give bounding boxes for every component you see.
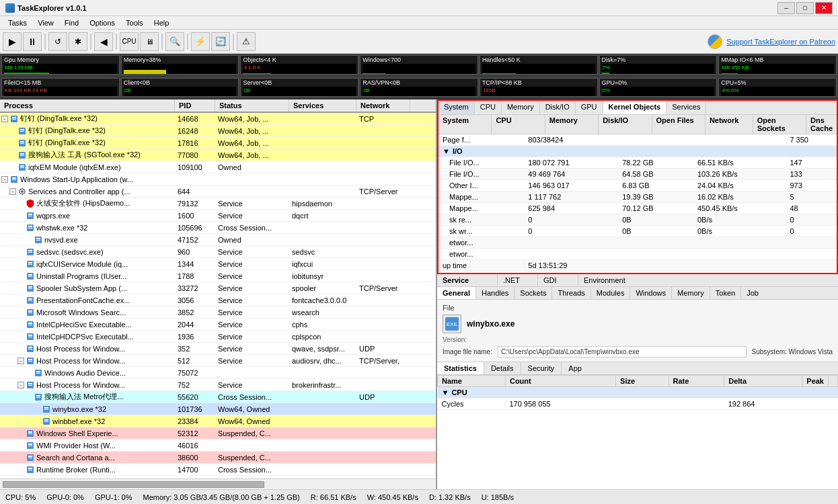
monitor-windows[interactable]: Windows<700 xyxy=(360,55,478,75)
process-row[interactable]: -钉钉 (DingTalk.exe *32)14668Wow64, Job, .… xyxy=(0,113,436,125)
stats-col-size[interactable]: Size xyxy=(616,376,669,387)
process-row[interactable]: Spooler SubSystem App (...33272Servicesp… xyxy=(0,282,436,294)
svctab-gdi[interactable]: GDI xyxy=(538,274,578,286)
stattab-details[interactable]: Details xyxy=(484,362,521,374)
monitor-tcpip[interactable]: TCP/IP<88 KB 185B xyxy=(480,78,598,97)
svctab-env[interactable]: Environment xyxy=(578,274,838,286)
tb-pause-button[interactable]: ⏸ xyxy=(23,32,42,51)
expand-button[interactable]: - xyxy=(1,176,8,183)
gentab-windows[interactable]: Windows xyxy=(630,287,672,299)
stats-col-count[interactable]: Count xyxy=(505,376,615,387)
subcol-diskio[interactable]: Disk/IO xyxy=(599,115,652,134)
hscroll[interactable] xyxy=(0,478,436,489)
process-row[interactable]: Search and Cortana a...38600Suspended, C… xyxy=(0,452,436,464)
process-row[interactable]: 搜狗输入法 工具 (SGTool.exe *32)77080Wow64, Job… xyxy=(0,149,436,161)
process-row[interactable]: -Windows Start-Up Application (w... xyxy=(0,173,436,185)
monitor-gpu-memory[interactable]: Gpu Memory MB 179 MB xyxy=(1,55,120,75)
stats-col-delta[interactable]: Delta xyxy=(724,376,802,387)
col-pid[interactable]: PID xyxy=(175,99,215,112)
rtab-kernel[interactable]: Kernel Objects xyxy=(603,101,667,114)
menu-help[interactable]: Help xyxy=(149,17,175,28)
io-row[interactable]: File I/O...180 072 79178.22 GB66.51 KB/s… xyxy=(439,157,837,169)
rtab-diskio[interactable]: Disk/IO xyxy=(540,101,576,114)
gentab-handles[interactable]: Handles xyxy=(476,287,515,299)
rtab-cpu[interactable]: CPU xyxy=(475,101,502,114)
process-row[interactable]: IntelCpHeciSvc Executable...2044Servicec… xyxy=(0,319,436,331)
tb-cycle-button[interactable]: 🔄 xyxy=(211,32,230,51)
menu-tasks[interactable]: Tasks xyxy=(3,17,32,28)
gentab-general[interactable]: General xyxy=(437,287,476,299)
io-row[interactable]: etwor... xyxy=(439,237,837,249)
gentab-job[interactable]: Job xyxy=(741,287,764,299)
monitor-memory[interactable]: Memory=38% xyxy=(121,55,239,75)
tb-warn-button[interactable]: ⚠ xyxy=(237,32,256,51)
rtab-system[interactable]: System xyxy=(439,101,475,114)
stats-col-rate[interactable]: Rate xyxy=(669,376,724,387)
maximize-button[interactable]: □ xyxy=(796,2,814,14)
process-row[interactable]: winbbef.exe *3223384Wow64, Owned xyxy=(0,415,436,427)
process-row[interactable]: IntelCpHDCPSvc Executabl...1936Servicecp… xyxy=(0,331,436,343)
gentab-modules[interactable]: Modules xyxy=(591,287,631,299)
monitor-disk[interactable]: Disk=7% 7% xyxy=(599,55,718,75)
process-row[interactable]: Windows Shell Experie...52312Suspended, … xyxy=(0,427,436,439)
process-row[interactable]: 钉钉 (DingTalk.exe *32)16248Wow64, Job, ..… xyxy=(0,125,436,137)
process-row[interactable]: Microsoft Windows Searc...3852Servicewse… xyxy=(0,306,436,319)
process-row[interactable]: sedsvc (sedsvc.exe)960Servicesedsvc xyxy=(0,246,436,258)
process-row[interactable]: 钉钉 (DingTalk.exe *32)17816Wow64, Job, ..… xyxy=(0,137,436,149)
svctab-service[interactable]: Service xyxy=(437,274,498,286)
tb-cpu-button[interactable]: CPU xyxy=(120,32,139,51)
rtab-gpu[interactable]: GPU xyxy=(576,101,603,114)
stats-table-wrap[interactable]: Name Count Size Rate Delta Peak ▼CPUCycl… xyxy=(437,375,838,489)
subcol-system[interactable]: System xyxy=(439,115,492,134)
menu-view[interactable]: View xyxy=(32,17,59,28)
process-row[interactable]: -Services and Controller app (...644TCP/… xyxy=(0,185,436,198)
io-row[interactable]: up time5d 13:51:29 xyxy=(439,260,837,271)
expand-button[interactable]: - xyxy=(9,188,16,195)
process-row[interactable]: whstwk.exe *32105696Cross Session... xyxy=(0,222,436,234)
gentab-token[interactable]: Token xyxy=(710,287,741,299)
expand-button[interactable]: - xyxy=(17,358,24,364)
io-row[interactable]: sk wr...00B0B/s0 xyxy=(439,226,837,237)
io-row[interactable]: etwor... xyxy=(439,249,837,260)
monitor-fileio[interactable]: FileIO<15 MB KB 103 KB 24 KB xyxy=(1,78,120,97)
tb-monitor-button[interactable]: 🖥 xyxy=(140,32,159,51)
process-row[interactable]: iqfxEM Module (iqfxEM.exe)109100Owned xyxy=(0,161,436,173)
rtab-services[interactable]: Services xyxy=(666,101,706,114)
stats-col-peak[interactable]: Peak xyxy=(802,376,829,387)
expand-button[interactable]: - xyxy=(17,382,24,388)
monitor-mmap[interactable]: MMap IO<6 MB MB 450 KB xyxy=(718,55,837,75)
process-row[interactable]: iqfxCUIService Module (iq...1344Servicei… xyxy=(0,258,436,270)
monitor-ras[interactable]: RAS/VPN<0B 0B xyxy=(360,78,478,97)
support-link[interactable]: Support TaskExplorer on Patreon xyxy=(726,38,835,46)
subcol-openfiles[interactable]: Open Files xyxy=(652,115,706,134)
tb-new-button[interactable]: ▶ xyxy=(3,32,22,51)
menu-options[interactable]: Options xyxy=(84,17,120,28)
col-process[interactable]: Process xyxy=(0,99,175,112)
menu-find[interactable]: Find xyxy=(59,17,84,28)
tb-search-button[interactable]: 🔍 xyxy=(165,32,184,51)
process-row[interactable]: nvsvd.exe47152Owned xyxy=(0,234,436,246)
io-row[interactable]: Mappe...625 98470.12 GB450.45 KB/s48 xyxy=(439,203,837,214)
process-row[interactable]: Windows Audio Device...75072 xyxy=(0,367,436,379)
col-services[interactable]: Services xyxy=(289,99,356,112)
process-row[interactable]: wqprs.exe1600Servicedqcrt xyxy=(0,210,436,222)
stattab-security[interactable]: Security xyxy=(521,362,562,374)
tb-back-button[interactable]: ◀ xyxy=(94,32,113,51)
io-row[interactable]: Page f...803/384247 350 xyxy=(439,134,837,146)
stats-row[interactable]: ▼CPU xyxy=(438,387,838,398)
monitor-handles[interactable]: Handles<50 K xyxy=(480,55,598,75)
stattab-app[interactable]: App xyxy=(562,362,588,374)
process-list[interactable]: -钉钉 (DingTalk.exe *32)14668Wow64, Job, .… xyxy=(0,113,436,478)
monitor-client[interactable]: Client<0B 0B xyxy=(121,78,239,97)
minimize-button[interactable]: – xyxy=(777,2,795,14)
subcol-sockets[interactable]: Open Sockets xyxy=(753,115,806,134)
process-row[interactable]: 火绒安全软件 (HipsDaemo...79132Servicehipsdaem… xyxy=(0,198,436,210)
col-network[interactable]: Network xyxy=(356,99,410,112)
close-button[interactable]: ✕ xyxy=(815,2,833,14)
tb-refresh-button[interactable]: ↺ xyxy=(48,32,67,51)
process-row[interactable]: WMI Provider Host (W...46016 xyxy=(0,439,436,452)
io-data-table[interactable]: Page f...803/384247 350▼I/OFile I/O...18… xyxy=(439,134,837,273)
io-row[interactable]: Mappe...1 117 76219.39 GB16.02 KB/s5 xyxy=(439,192,837,203)
svctab-net[interactable]: .NET xyxy=(498,274,538,286)
io-row[interactable]: File I/O...49 469 76464.58 GB103.26 KB/s… xyxy=(439,169,837,180)
